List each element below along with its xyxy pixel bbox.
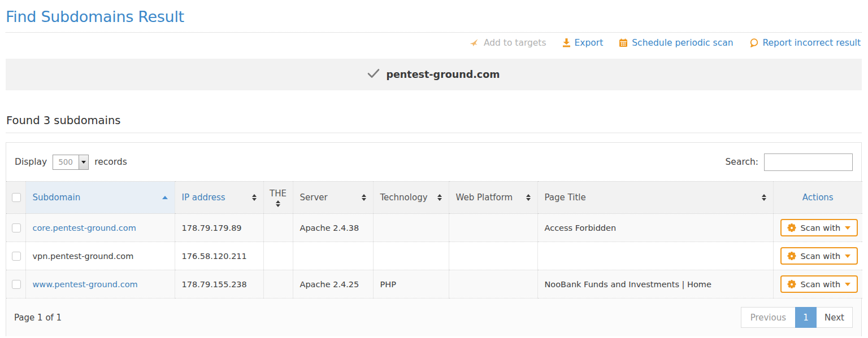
- row-checkbox[interactable]: [12, 252, 21, 261]
- web-platform-column-label: Web Platform: [456, 192, 513, 203]
- display-label: Display: [15, 157, 47, 167]
- scan-with-button[interactable]: Scan with: [780, 247, 858, 265]
- comment-icon: [749, 38, 759, 47]
- subdomain-column-label: Subdomain: [33, 192, 81, 203]
- calendar-icon: [619, 38, 628, 47]
- the-column-label: THE: [270, 188, 287, 199]
- caret-down-icon: [845, 226, 850, 230]
- scan-with-button[interactable]: Scan with: [780, 275, 858, 293]
- cell-the: [263, 270, 293, 299]
- sort-both-icon: [252, 194, 257, 201]
- page-title-column-label: Page Title: [545, 192, 586, 203]
- search-label: Search:: [726, 157, 758, 167]
- cell-technology: [373, 214, 449, 242]
- target-banner: pentest-ground.com: [6, 59, 862, 90]
- search-control: Search:: [726, 153, 853, 171]
- scan-with-label: Scan with: [801, 280, 841, 289]
- report-incorrect-result-button[interactable]: Report incorrect result: [749, 38, 861, 48]
- sort-both-icon: [276, 200, 280, 207]
- chevron-down-icon: [79, 155, 88, 169]
- cell-page-title: [537, 242, 773, 270]
- pagination-next[interactable]: Next: [816, 307, 853, 328]
- find-subdomains-page: Find Subdomains Result Add to targets Ex…: [0, 0, 868, 336]
- select-all-checkbox[interactable]: [12, 193, 21, 202]
- cell-web-platform: [449, 242, 537, 270]
- download-icon: [562, 38, 571, 47]
- subdomain-link[interactable]: core.pentest-ground.com: [33, 223, 136, 232]
- schedule-periodic-scan-label: Schedule periodic scan: [632, 38, 733, 48]
- table-controls: Display 500 records Search:: [6, 143, 861, 181]
- pagination-previous[interactable]: Previous: [741, 307, 796, 328]
- records-per-page-select[interactable]: 500: [53, 155, 89, 170]
- page-info: Page 1 of 1: [14, 313, 62, 323]
- schedule-periodic-scan-button[interactable]: Schedule periodic scan: [619, 38, 733, 48]
- scan-with-label: Scan with: [801, 223, 841, 232]
- cell-page-title: Access Forbidden: [537, 214, 773, 242]
- column-header-subdomain[interactable]: Subdomain: [25, 182, 175, 214]
- export-label: Export: [575, 38, 604, 48]
- select-all-column-header: [6, 182, 25, 214]
- cell-technology: PHP: [373, 270, 449, 299]
- caret-down-icon: [845, 254, 850, 258]
- subdomains-table: Subdomain IP address THE Server Technolo…: [6, 181, 862, 299]
- toolbar: Add to targets Export Schedule periodic …: [6, 33, 862, 54]
- cell-subdomain: www.pentest-ground.com: [25, 270, 175, 299]
- page-title: Find Subdomains Result: [6, 8, 862, 25]
- column-header-server[interactable]: Server: [293, 182, 373, 214]
- cell-subdomain: vpn.pentest-ground.com: [25, 242, 175, 270]
- caret-down-icon: [845, 283, 850, 286]
- table-row: core.pentest-ground.com 178.79.179.89 Ap…: [6, 214, 862, 242]
- pagination: Previous 1 Next: [741, 307, 853, 328]
- records-per-page-value: 500: [53, 155, 79, 169]
- sort-both-icon: [437, 194, 442, 201]
- add-to-targets-button[interactable]: Add to targets: [470, 38, 546, 48]
- column-header-the[interactable]: THE: [263, 182, 293, 214]
- table-footer: Page 1 of 1 Previous 1 Next: [6, 299, 861, 336]
- cell-ip: 178.79.155.238: [175, 270, 263, 299]
- add-to-targets-label: Add to targets: [484, 38, 546, 48]
- target-domain: pentest-ground.com: [386, 69, 500, 80]
- column-header-ip[interactable]: IP address: [175, 182, 263, 214]
- plane-icon: [470, 38, 480, 47]
- table-row: vpn.pentest-ground.com 176.58.120.211 Sc…: [6, 242, 862, 270]
- table-header-row: Subdomain IP address THE Server Technolo…: [6, 182, 862, 214]
- subdomain-link[interactable]: www.pentest-ground.com: [33, 280, 138, 289]
- cell-ip: 178.79.179.89: [175, 214, 263, 242]
- sort-asc-icon: [162, 196, 168, 199]
- gear-icon: [788, 223, 796, 232]
- ip-column-label: IP address: [182, 192, 225, 203]
- sort-both-icon: [526, 194, 531, 201]
- export-button[interactable]: Export: [562, 38, 604, 48]
- cell-server: [293, 242, 373, 270]
- pagination-page-1[interactable]: 1: [795, 307, 817, 328]
- cell-server: Apache 2.4.25: [293, 270, 373, 299]
- cell-technology: [373, 242, 449, 270]
- column-header-page-title[interactable]: Page Title: [537, 182, 773, 214]
- row-checkbox[interactable]: [12, 223, 21, 232]
- cell-the: [263, 214, 293, 242]
- cell-page-title: NooBank Funds and Investments | Home: [537, 270, 773, 299]
- display-records-control: Display 500 records: [15, 155, 127, 170]
- records-label: records: [94, 157, 127, 167]
- sort-both-icon: [362, 194, 366, 201]
- subdomain-text: vpn.pentest-ground.com: [33, 252, 134, 261]
- cell-subdomain: core.pentest-ground.com: [25, 214, 175, 242]
- scan-with-button[interactable]: Scan with: [780, 219, 858, 236]
- table-row: www.pentest-ground.com 178.79.155.238 Ap…: [6, 270, 862, 299]
- gear-icon: [788, 280, 796, 288]
- results-table-container: Display 500 records Search:: [6, 142, 862, 336]
- search-input[interactable]: [764, 153, 853, 171]
- cell-web-platform: [449, 270, 537, 299]
- cell-ip: 176.58.120.211: [175, 242, 263, 270]
- actions-column-label: Actions: [802, 192, 834, 203]
- check-icon: [367, 68, 380, 81]
- gear-icon: [788, 252, 796, 260]
- column-header-technology[interactable]: Technology: [373, 182, 449, 214]
- cell-server: Apache 2.4.38: [293, 214, 373, 242]
- sort-both-icon: [762, 194, 766, 201]
- column-header-web-platform[interactable]: Web Platform: [449, 182, 537, 214]
- technology-column-label: Technology: [380, 192, 428, 203]
- row-checkbox[interactable]: [12, 280, 21, 289]
- cell-the: [263, 242, 293, 270]
- scan-with-label: Scan with: [801, 252, 841, 261]
